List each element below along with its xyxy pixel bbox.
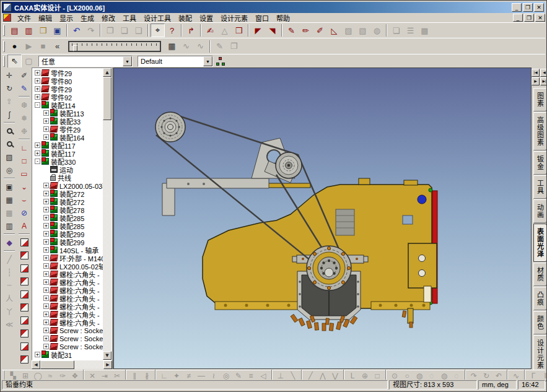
tree-item-Screw : Socket[interactable]: +Screw : Socket bbox=[32, 326, 103, 334]
construction-vertical-button[interactable]: ┆ bbox=[2, 266, 16, 279]
menu-显示[interactable]: 显示 bbox=[56, 14, 77, 23]
expand-icon[interactable]: + bbox=[35, 142, 40, 148]
expand-icon[interactable]: + bbox=[43, 328, 49, 333]
select-box-tool-button[interactable]: ▢ bbox=[22, 54, 36, 68]
expand-icon[interactable]: + bbox=[43, 320, 49, 325]
camera-target-button[interactable]: ▩ bbox=[2, 206, 16, 219]
tree-hscroll-thumb[interactable] bbox=[40, 360, 74, 369]
tree-vertical-scrollbar[interactable]: ▲ ▼ bbox=[103, 68, 112, 360]
edit-surface-button[interactable]: ✐ bbox=[313, 24, 327, 37]
render-setup-button[interactable]: ▥ bbox=[2, 219, 16, 232]
eyedropper-button[interactable]: ✐ bbox=[17, 69, 31, 82]
menu-生成[interactable]: 生成 bbox=[77, 14, 98, 23]
curve-linear-button[interactable]: ∿ bbox=[193, 40, 208, 53]
menu-设计元素[interactable]: 设计元素 bbox=[217, 14, 252, 23]
sketch-text-button[interactable]: A bbox=[17, 219, 31, 232]
smart-snap-button[interactable]: △ bbox=[217, 24, 232, 37]
view-bottom-button[interactable] bbox=[17, 301, 31, 314]
view-back-button[interactable] bbox=[17, 249, 31, 262]
minimize-button[interactable]: _ bbox=[512, 3, 522, 12]
tab-nav-last-button[interactable]: ▶| bbox=[540, 77, 547, 85]
tree-item-螺栓:六角头 -[interactable]: +螺栓:六角头 - bbox=[32, 318, 103, 326]
expand-icon[interactable]: + bbox=[43, 199, 49, 204]
dropdown-arrow-icon[interactable]: ▼ bbox=[123, 56, 132, 66]
tab-nav-first-button[interactable]: |◀ bbox=[532, 69, 540, 77]
expand-icon[interactable]: + bbox=[43, 183, 49, 188]
render-style-combo[interactable]: Default ▼ bbox=[138, 56, 213, 67]
expand-icon[interactable]: + bbox=[43, 118, 49, 124]
edit-feature-button[interactable]: ✎ bbox=[284, 24, 299, 37]
scroll-down-icon[interactable]: ▼ bbox=[103, 351, 112, 360]
new-drawing-button[interactable]: ▥ bbox=[22, 24, 36, 37]
view-iso-1-button[interactable] bbox=[17, 314, 31, 327]
pan-view-button[interactable]: ✛ bbox=[2, 69, 16, 82]
menu-窗口[interactable]: 窗口 bbox=[252, 14, 273, 23]
stop-button[interactable]: ■ bbox=[36, 40, 50, 53]
tab-材质[interactable]: 材质 bbox=[533, 263, 547, 286]
tree-item-Screw : Socket[interactable]: +Screw : Socket bbox=[32, 334, 103, 342]
expand-icon[interactable]: + bbox=[35, 150, 40, 156]
undo-button[interactable]: ↶ bbox=[69, 24, 84, 37]
save-file-button[interactable]: ▣ bbox=[50, 24, 64, 37]
tree-vscroll-thumb[interactable] bbox=[103, 77, 112, 120]
expand-icon[interactable]: + bbox=[35, 94, 40, 100]
path-edit-button[interactable]: ✎ bbox=[212, 40, 227, 53]
toolbar-grip[interactable] bbox=[3, 56, 5, 67]
context-help-button[interactable]: ? bbox=[165, 24, 179, 37]
menu-设置[interactable]: 设置 bbox=[196, 14, 217, 23]
collapse-icon[interactable]: - bbox=[35, 159, 40, 164]
view-iso-3-button[interactable] bbox=[17, 340, 31, 353]
tab-颜色[interactable]: 颜色 bbox=[533, 311, 547, 334]
sketch-vee-button[interactable]: ⌄ bbox=[17, 180, 31, 193]
zoom-extents-button[interactable]: ▧ bbox=[2, 150, 16, 163]
mdi-restore-button[interactable]: ❐ bbox=[524, 14, 534, 22]
redo-button[interactable]: ↷ bbox=[84, 24, 98, 37]
new-design-button[interactable]: ▤ bbox=[7, 24, 22, 37]
fork-lines-button[interactable]: 丫 bbox=[2, 305, 16, 318]
view-right-button[interactable] bbox=[17, 275, 31, 288]
menu-文件[interactable]: 文件 bbox=[14, 14, 35, 23]
animation-timeline-slider[interactable] bbox=[68, 41, 161, 52]
angle-lines-button[interactable]: ≪ bbox=[2, 318, 16, 331]
selection-filter-combo[interactable]: 任意 ▼ bbox=[38, 56, 133, 67]
pen-tool-button[interactable]: ✎ bbox=[17, 82, 31, 95]
scroll-up-icon[interactable]: ▲ bbox=[103, 68, 112, 77]
view-iso-4-button[interactable] bbox=[17, 353, 31, 366]
expand-icon[interactable]: + bbox=[43, 239, 49, 245]
mirror-feature-button[interactable]: ▨ bbox=[341, 24, 356, 37]
flag-fold-right-button[interactable]: ◥ bbox=[265, 24, 279, 37]
tab-图素[interactable]: 图素 bbox=[533, 88, 547, 111]
sketch-square-button[interactable]: □ bbox=[17, 154, 31, 167]
find-button[interactable]: ⌖ bbox=[151, 24, 165, 37]
expand-icon[interactable]: + bbox=[35, 70, 40, 76]
toolbar-grip[interactable] bbox=[3, 25, 5, 36]
expand-icon[interactable]: + bbox=[43, 255, 49, 261]
sketch-corner-button[interactable]: ∟ bbox=[17, 141, 31, 154]
rotate-view-button[interactable]: ↻ bbox=[2, 82, 16, 95]
look-at-button[interactable]: ◎ bbox=[2, 163, 16, 176]
expand-icon[interactable]: + bbox=[35, 86, 40, 92]
expand-icon[interactable]: + bbox=[43, 215, 49, 220]
branch-lines-button[interactable]: 人 bbox=[2, 292, 16, 305]
walk-view-button[interactable]: ʃ bbox=[2, 108, 16, 121]
print-button[interactable]: ☰ bbox=[403, 24, 418, 37]
tab-钣金[interactable]: 钣金 bbox=[533, 151, 547, 175]
rewind-button[interactable]: « bbox=[50, 40, 64, 53]
camera-view-button[interactable]: ▦ bbox=[2, 193, 16, 206]
expand-icon[interactable]: + bbox=[43, 344, 49, 349]
expand-icon[interactable]: + bbox=[35, 78, 40, 84]
keyframe-panel-button[interactable]: ▦ bbox=[165, 40, 179, 53]
toolbar-grip[interactable] bbox=[3, 41, 5, 52]
restore-button[interactable]: ❐ bbox=[523, 3, 533, 12]
collapse-icon[interactable]: - bbox=[35, 102, 40, 108]
camera-position-button[interactable]: ▣ bbox=[2, 180, 16, 193]
expand-icon[interactable]: + bbox=[43, 287, 49, 293]
tree-item-装配31[interactable]: +装配31 bbox=[32, 351, 103, 359]
smart-render-button[interactable]: ❒ bbox=[232, 24, 246, 37]
tab-表面光泽[interactable]: 表面光泽 bbox=[533, 224, 547, 262]
assembly-structure-icon[interactable] bbox=[216, 56, 225, 66]
expand-icon[interactable]: + bbox=[43, 110, 49, 116]
open-file-button[interactable]: ❒ bbox=[36, 24, 50, 37]
menu-工具[interactable]: 工具 bbox=[119, 14, 140, 23]
expand-icon[interactable]: + bbox=[43, 279, 49, 285]
